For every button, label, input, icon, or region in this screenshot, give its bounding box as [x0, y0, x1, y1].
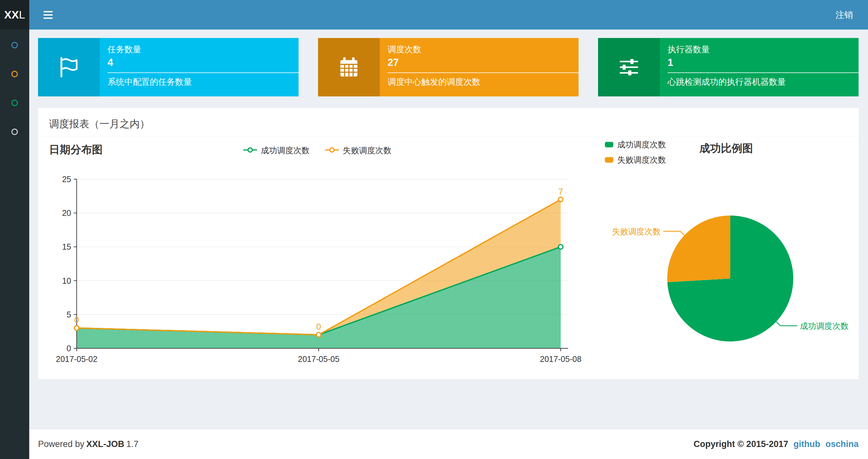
report-panel: 调度报表（一月之内） 日期分布图 成功调度次数失败调度次数 0510152025…: [38, 108, 859, 379]
powered-prefix: Powered by: [38, 439, 85, 449]
sidebar-item-2[interactable]: [11, 71, 18, 77]
github-link[interactable]: github: [794, 439, 820, 449]
svg-text:25: 25: [62, 175, 71, 184]
oschina-link[interactable]: oschina: [826, 439, 859, 449]
svg-text:10: 10: [62, 276, 71, 285]
info-box-desc: 系统中配置的任务数量: [107, 77, 299, 87]
footer: Powered byXXL-JOB1.7 Copyright © 2015-20…: [29, 429, 868, 459]
svg-text:2017-05-05: 2017-05-05: [298, 355, 339, 364]
sidebar-item-4[interactable]: [11, 129, 18, 135]
app-logo[interactable]: XXL: [0, 0, 29, 30]
brand-version: 1.7: [126, 439, 139, 449]
legend-label: 失败调度次数: [617, 155, 666, 165]
info-box-value: 1: [668, 57, 859, 68]
legend-swatch-icon: [605, 157, 613, 163]
legend-line-icon: [243, 147, 258, 154]
pie-chart[interactable]: 成功调度次数失败调度次数: [601, 170, 864, 371]
svg-text:失败调度次数: 失败调度次数: [612, 227, 661, 236]
svg-text:成功调度次数: 成功调度次数: [800, 321, 848, 330]
svg-text:0: 0: [316, 322, 321, 331]
pie-chart-legend: 成功调度次数失败调度次数: [605, 139, 666, 165]
info-box-trigger-count[interactable]: 调度次数 27 调度中心触发的调度次数: [318, 38, 579, 96]
info-box-label: 任务数量: [107, 44, 299, 55]
svg-text:7: 7: [558, 187, 563, 196]
pie-chart-svg: 成功调度次数失败调度次数: [601, 170, 864, 371]
info-box-executor-count[interactable]: 执行器数量 1 心跳检测成功的执行器机器数量: [598, 38, 859, 96]
divider: [107, 72, 299, 73]
info-box-label: 调度次数: [388, 44, 579, 55]
sidebar-toggle-icon[interactable]: [41, 8, 55, 22]
info-box-desc: 调度中心触发的调度次数: [388, 77, 579, 87]
sidebar-item-3[interactable]: [11, 100, 18, 106]
logout-link[interactable]: 注销: [834, 6, 855, 23]
sidebar-item-1[interactable]: [11, 42, 18, 48]
line-chart-title: 日期分布图: [49, 142, 103, 157]
svg-text:0: 0: [67, 344, 71, 353]
svg-text:0: 0: [74, 315, 79, 325]
pie-chart-title: 成功比例图: [700, 141, 753, 156]
summary-boxes: 任务数量 4 系统中配置的任务数量: [38, 38, 859, 96]
info-box-desc: 心跳检测成功的执行器机器数量: [668, 77, 859, 87]
info-box-body: 任务数量 4 系统中配置的任务数量: [100, 38, 299, 96]
info-box-body: 调度次数 27 调度中心触发的调度次数: [380, 38, 579, 96]
legend-swatch-icon: [605, 142, 613, 147]
svg-text:20: 20: [62, 208, 71, 218]
top-navbar: XXL 注销: [0, 0, 868, 30]
sidebar: [0, 30, 29, 459]
sidebar-menu: [0, 30, 29, 135]
info-box-value: 27: [388, 57, 579, 68]
line-chart-svg: 05101520252017-05-022017-05-052017-05-08…: [42, 170, 582, 365]
info-box-label: 执行器数量: [668, 44, 859, 55]
info-box-body: 执行器数量 1 心跳检测成功的执行器机器数量: [660, 38, 859, 96]
brand-name: XXL-JOB: [86, 439, 124, 449]
divider: [668, 72, 859, 73]
main-content: 运行报表任务调度中心 任务数量 4 系统中配置的任务数量: [29, 0, 868, 379]
divider: [388, 72, 579, 73]
legend-label: 失败调度次数: [343, 145, 392, 156]
svg-text:15: 15: [62, 242, 71, 251]
line-chart[interactable]: 05101520252017-05-022017-05-052017-05-08…: [42, 170, 582, 365]
line-chart-legend: 成功调度次数失败调度次数: [243, 145, 392, 156]
svg-text:2017-05-08: 2017-05-08: [540, 355, 582, 364]
legend-label: 成功调度次数: [261, 145, 310, 156]
legend-label: 成功调度次数: [617, 139, 666, 150]
powered-by: Powered byXXL-JOB1.7: [38, 439, 138, 449]
xxl-job-dashboard: XXL 注销 运行报表任务调度中心: [0, 0, 868, 459]
pie-legend-item-2[interactable]: 失败调度次数: [605, 155, 666, 165]
info-box-job-count[interactable]: 任务数量 4 系统中配置的任务数量: [38, 38, 299, 96]
legend-line-icon: [324, 147, 339, 154]
navbar-bar: 注销: [29, 0, 868, 30]
line-legend-item-1[interactable]: 成功调度次数: [243, 145, 310, 156]
flag-icon: [38, 38, 100, 96]
panel-title: 调度报表（一月之内）: [49, 117, 150, 131]
divider: [38, 137, 859, 137]
svg-text:5: 5: [67, 310, 71, 319]
logo-text-bold: XX: [4, 8, 19, 21]
info-box-value: 4: [107, 57, 299, 68]
pie-legend-item-1[interactable]: 成功调度次数: [605, 139, 666, 150]
sliders-icon: [598, 38, 660, 96]
copyright: Copyright © 2015-2017 github oschina: [693, 439, 859, 449]
calendar-icon: [318, 38, 380, 96]
svg-text:2017-05-02: 2017-05-02: [56, 355, 97, 364]
copyright-text: Copyright © 2015-2017: [693, 439, 788, 449]
line-legend-item-2[interactable]: 失败调度次数: [324, 145, 392, 156]
logo-text-light: L: [19, 8, 25, 21]
